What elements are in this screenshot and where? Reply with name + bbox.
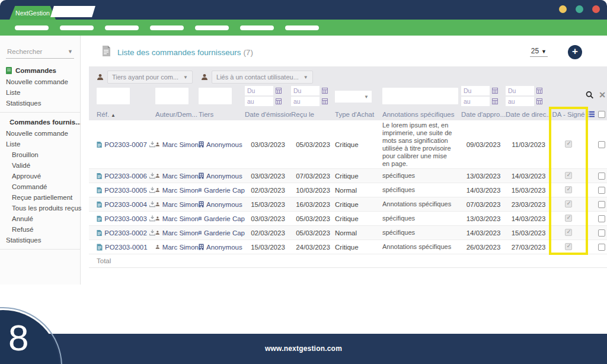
row-select-checkbox[interactable] [598,244,605,251]
nav-item-redacted[interactable] [195,25,229,30]
row-select-checkbox[interactable] [598,187,605,194]
download-icon[interactable] [149,187,155,193]
filter-direc-from-input[interactable] [506,86,534,95]
sidebar-item[interactable]: Approuvé [0,171,80,181]
tiers-link[interactable]: Garderie Cap [204,229,245,237]
row-select-checkbox[interactable] [598,215,605,222]
calendar-icon[interactable] [276,88,282,94]
order-ref-link[interactable]: PO2303-0007 [104,141,147,148]
calendar-icon[interactable] [322,98,328,104]
dot-red-icon[interactable] [592,5,600,13]
sidebar-item[interactable]: Liste [0,139,80,149]
tiers-link[interactable]: Garderie Cap [204,187,245,194]
search-icon[interactable] [586,91,593,99]
dot-yellow-icon[interactable] [559,5,567,13]
sidebar-section-title[interactable]: Commandes fournis... [0,116,80,128]
tiers-link[interactable]: Anonymous [206,244,242,251]
col-ref[interactable]: Réf.▲ [97,111,155,118]
filter-annotations-input[interactable] [382,88,458,104]
add-order-button[interactable]: + [568,45,582,59]
author-link[interactable]: Marc Simon [162,141,199,148]
col-date-appro[interactable]: Date d'appro... [461,111,506,118]
tiers-link[interactable]: Anonymous [206,141,242,148]
filter-type-achat-select[interactable]: ▼ [335,91,372,103]
download-icon[interactable] [149,141,155,148]
dot-green-icon[interactable] [576,5,583,13]
sidebar-item[interactable]: Nouvelle commande [0,128,80,139]
table-row[interactable]: PO2303-0001 Marc Simon Anonymous 15/03/2… [89,240,607,254]
order-ref-link[interactable]: PO2303-0001 [105,244,148,251]
download-icon[interactable] [149,201,155,207]
nav-item-redacted[interactable] [105,25,139,30]
sidebar-item[interactable]: Validé [0,160,80,171]
table-row[interactable]: PO2303-0005 Marc Simon Garderie Cap 02/0… [89,183,607,197]
sidebar-item[interactable]: Commandé [0,181,80,192]
table-row[interactable]: PO2303-0004 Marc Simon Anonymous 15/03/2… [89,197,607,212]
author-link[interactable]: Marc Simon [162,173,199,180]
nav-item-redacted[interactable] [60,25,94,30]
sidebar-section-title[interactable]: Commandes [0,65,80,76]
download-icon[interactable] [149,229,155,236]
download-icon[interactable] [149,173,155,179]
table-row[interactable]: PO2303-0002 Marc Simon Garderie Cap 02/0… [89,226,607,240]
sidebar-item[interactable]: Tous les produits reçus [0,203,80,213]
col-da-signe[interactable]: DA - Signé [551,111,586,118]
filter-recu-to-input[interactable] [291,97,320,106]
filter-author-input[interactable] [155,88,189,104]
select-all-checkbox[interactable] [598,111,605,118]
filter-recu-from-input[interactable] [291,86,320,95]
sidebar-item[interactable]: Nouvelle commande [0,76,80,87]
filter-contact-user-select[interactable]: Liés à un contact utilisateu... ▼ [212,71,313,84]
tiers-link[interactable]: Garderie Cap [204,215,245,222]
nav-item-redacted[interactable] [285,25,319,30]
order-ref-link[interactable]: PO2303-0002 [104,229,147,237]
author-link[interactable]: Marc Simon [162,244,199,251]
brand-tab[interactable]: NextGestion [9,6,56,20]
nav-item-redacted[interactable] [150,25,184,30]
row-select-checkbox[interactable] [598,141,605,148]
order-ref-link[interactable]: PO2303-0004 [104,201,147,208]
col-type-achat[interactable]: Type d'Achat [335,111,382,118]
download-icon[interactable] [149,215,155,222]
tiers-link[interactable]: Anonymous [206,201,242,208]
col-recu-le[interactable]: Reçu le [291,111,335,118]
calendar-icon[interactable] [492,88,498,94]
sidebar-item[interactable]: Reçue partiellement [0,192,80,203]
table-row[interactable]: PO2303-0003 Marc Simon Garderie Cap 03/0… [89,212,607,226]
calendar-icon[interactable] [536,98,542,104]
order-ref-link[interactable]: PO2303-0003 [104,215,147,222]
filter-emission-from-input[interactable] [245,86,273,95]
col-auteur[interactable]: Auteur/Dem... [155,111,199,118]
filter-tiers-input[interactable] [199,88,232,104]
sidebar-item[interactable]: Statistiques [0,235,80,245]
author-link[interactable]: Marc Simon [162,215,199,222]
blank-tab[interactable] [50,6,95,17]
col-tiers[interactable]: Tiers [199,111,245,118]
tiers-link[interactable]: Anonymous [206,173,242,180]
calendar-icon[interactable] [536,88,542,94]
filter-ref-input[interactable] [97,88,130,104]
table-row[interactable]: PO2303-0006 Marc Simon Anonymous 03/03/2… [89,169,607,183]
order-ref-link[interactable]: PO2303-0006 [104,173,147,180]
filter-appro-to-input[interactable] [461,97,490,106]
author-link[interactable]: Marc Simon [162,201,199,208]
sidebar-item[interactable]: Statistiques [0,98,80,108]
column-list-icon[interactable] [587,111,595,117]
row-select-checkbox[interactable] [598,201,605,208]
row-select-checkbox[interactable] [598,173,605,180]
clear-filters-icon[interactable]: ✕ [599,91,606,98]
sidebar-item[interactable]: Brouillon [0,149,80,160]
filter-emission-to-input[interactable] [245,97,273,106]
calendar-icon[interactable] [276,98,282,104]
filter-tiers-commercial-select[interactable]: Tiers ayant pour com... ▼ [107,71,193,84]
page-size-select[interactable]: 25▼ [530,47,548,57]
col-annotations[interactable]: Annotations spécifiques [382,111,461,118]
sidebar-item[interactable]: Liste [0,87,80,98]
filter-direc-to-input[interactable] [506,97,534,106]
author-link[interactable]: Marc Simon [162,229,199,237]
nav-item-redacted[interactable] [240,25,274,30]
nav-item-redacted[interactable] [15,25,49,30]
calendar-icon[interactable] [492,98,498,104]
author-link[interactable]: Marc Simon [162,187,199,194]
calendar-icon[interactable] [322,88,328,94]
